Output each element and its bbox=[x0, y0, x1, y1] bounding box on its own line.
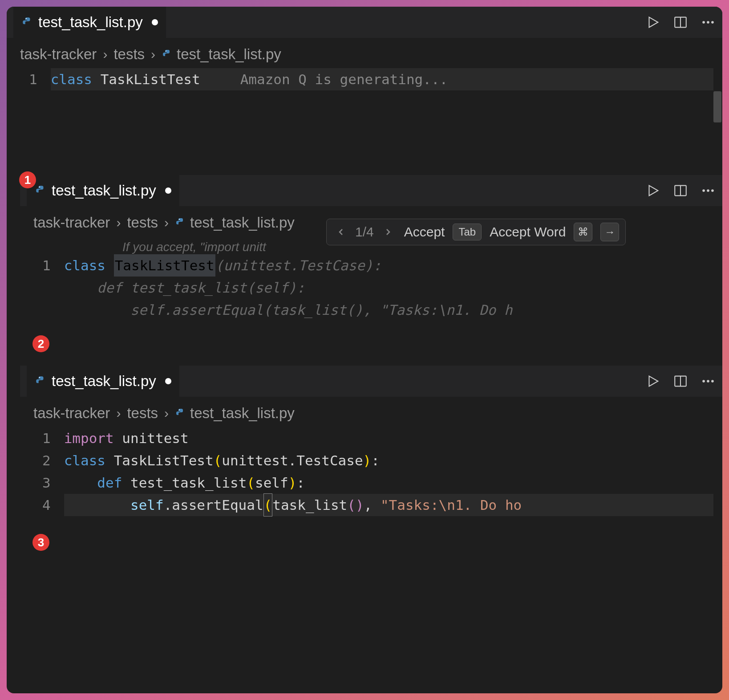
gutter: 1 bbox=[20, 254, 64, 321]
scrollbar[interactable] bbox=[713, 91, 721, 122]
tab-title: test_task_list.py bbox=[52, 373, 156, 390]
keyword-class: class bbox=[64, 449, 105, 472]
more-actions-button[interactable] bbox=[701, 183, 716, 198]
svg-point-0 bbox=[26, 18, 27, 19]
gutter: 1 2 3 4 bbox=[20, 427, 64, 516]
svg-point-11 bbox=[707, 189, 709, 192]
tab-bar: test_task_list.py bbox=[20, 175, 722, 206]
svg-point-17 bbox=[702, 380, 705, 383]
svg-point-7 bbox=[39, 187, 40, 187]
svg-point-3 bbox=[702, 21, 705, 24]
class-name: TaskListTest bbox=[114, 449, 214, 472]
python-icon bbox=[21, 16, 33, 28]
tab-bar: test_task_list.py bbox=[20, 366, 722, 397]
run-button[interactable] bbox=[645, 183, 660, 198]
string-literal: "Tasks:\n1. Do ho bbox=[381, 494, 522, 516]
breadcrumb-folder[interactable]: tests bbox=[113, 46, 145, 63]
breadcrumb-file[interactable]: test_task_list.py bbox=[162, 46, 281, 63]
breadcrumb-file[interactable]: test_task_list.py bbox=[175, 405, 295, 422]
svg-point-20 bbox=[179, 410, 180, 411]
keyword-self: self bbox=[130, 494, 164, 516]
modified-indicator bbox=[152, 19, 158, 25]
suggestion-counter: 1/4 bbox=[355, 224, 374, 240]
prev-suggestion-button[interactable] bbox=[333, 224, 349, 240]
svg-point-19 bbox=[711, 380, 714, 383]
more-actions-button[interactable] bbox=[701, 15, 716, 30]
selected-class-name: TaskListTest bbox=[114, 254, 215, 277]
modified-indicator bbox=[165, 187, 171, 194]
class-name: TaskListTest bbox=[101, 68, 200, 90]
file-tab[interactable]: test_task_list.py bbox=[27, 366, 179, 397]
breadcrumb-root[interactable]: task-tracker bbox=[33, 405, 110, 422]
gutter: 1 bbox=[7, 68, 51, 90]
python-icon bbox=[175, 217, 186, 228]
svg-point-13 bbox=[179, 219, 180, 220]
modified-indicator bbox=[165, 378, 171, 384]
suggestion-popup: 1/4 Accept Tab Accept Word ⌘ → bbox=[326, 219, 626, 245]
python-icon bbox=[35, 185, 46, 196]
chevron-right-icon: › bbox=[164, 215, 169, 230]
keyword-class: class bbox=[64, 254, 105, 277]
file-tab[interactable]: test_task_list.py bbox=[13, 7, 166, 38]
python-icon bbox=[175, 408, 186, 419]
accept-button[interactable]: Accept bbox=[404, 224, 445, 240]
cmd-key-badge: ⌘ bbox=[574, 223, 592, 241]
ghost-text: def test_task_list(self): bbox=[64, 277, 305, 299]
tab-key-badge: Tab bbox=[453, 224, 482, 240]
module-name: unittest bbox=[122, 427, 188, 449]
run-button[interactable] bbox=[645, 374, 660, 389]
svg-point-14 bbox=[39, 377, 40, 378]
next-suggestion-button[interactable] bbox=[380, 224, 396, 240]
breadcrumb[interactable]: task-tracker › tests › test_task_list.py bbox=[7, 38, 722, 68]
tab-title: test_task_list.py bbox=[52, 182, 156, 199]
file-tab[interactable]: test_task_list.py bbox=[27, 175, 179, 206]
tab-bar: test_task_list.py bbox=[7, 7, 722, 38]
breadcrumb-root[interactable]: task-tracker bbox=[20, 46, 97, 63]
svg-point-4 bbox=[707, 21, 709, 24]
callout-badge-1: 1 bbox=[19, 171, 36, 188]
code-editor[interactable]: 1 2 3 4 import unittest class TaskListTe… bbox=[20, 427, 722, 516]
chevron-right-icon: › bbox=[164, 406, 169, 421]
code-editor[interactable]: 1 class TaskListTest(unittest.TestCase):… bbox=[20, 254, 722, 321]
callout-badge-3: 3 bbox=[32, 534, 49, 551]
svg-point-10 bbox=[702, 189, 705, 192]
svg-point-18 bbox=[707, 380, 709, 383]
svg-point-12 bbox=[711, 189, 714, 192]
callout-badge-2: 2 bbox=[32, 335, 49, 352]
split-editor-button[interactable] bbox=[673, 374, 688, 389]
breadcrumb-folder[interactable]: tests bbox=[127, 214, 158, 231]
chevron-right-icon: › bbox=[151, 47, 155, 62]
svg-point-6 bbox=[166, 51, 166, 52]
ghost-text: self.assertEqual(task_list(), "Tasks:\n1… bbox=[64, 299, 513, 321]
code-editor[interactable]: 1 class TaskListTest Amazon Q is generat… bbox=[7, 68, 722, 90]
chevron-right-icon: › bbox=[103, 47, 107, 62]
breadcrumb-folder[interactable]: tests bbox=[127, 405, 158, 422]
breadcrumb-root[interactable]: task-tracker bbox=[33, 214, 110, 231]
python-icon bbox=[35, 375, 46, 387]
run-button[interactable] bbox=[645, 15, 660, 30]
keyword-class: class bbox=[51, 68, 92, 90]
svg-point-5 bbox=[711, 21, 714, 24]
editor-panel-2: 2 test_task_list.py bbox=[20, 175, 722, 321]
split-editor-button[interactable] bbox=[673, 183, 688, 198]
chevron-right-icon: › bbox=[116, 406, 121, 421]
breadcrumb[interactable]: task-tracker › tests › test_task_list.py bbox=[20, 397, 722, 427]
keyword-def: def bbox=[97, 472, 122, 494]
split-editor-button[interactable] bbox=[673, 15, 688, 30]
editor-panel-3: 3 test_task_list.py bbox=[20, 366, 722, 516]
editor-panel-1: 1 test_task_list.py bbox=[7, 7, 722, 90]
arrow-key-badge: → bbox=[600, 223, 619, 241]
more-actions-button[interactable] bbox=[701, 374, 716, 389]
accept-word-button[interactable]: Accept Word bbox=[490, 224, 566, 240]
keyword-import: import bbox=[64, 427, 114, 449]
breadcrumb-file[interactable]: test_task_list.py bbox=[175, 214, 295, 231]
function-name: test_task_list bbox=[130, 472, 247, 494]
ghost-text: (unittest.TestCase): bbox=[215, 254, 381, 277]
python-icon bbox=[162, 49, 172, 60]
tab-title: test_task_list.py bbox=[38, 14, 143, 31]
generating-indicator: Amazon Q is generating... bbox=[240, 68, 448, 90]
chevron-right-icon: › bbox=[116, 215, 121, 230]
cursor-paren: ( bbox=[263, 493, 273, 517]
